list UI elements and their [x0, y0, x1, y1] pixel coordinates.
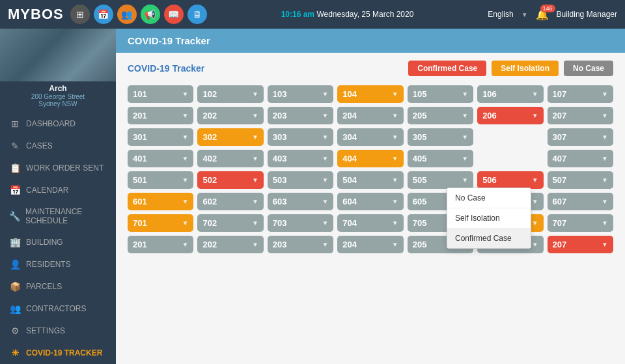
building-name: Arch	[0, 84, 116, 93]
sidebar-item-residents[interactable]: 👤 RESIDENTS	[0, 253, 116, 275]
megaphone-icon-btn[interactable]: 📢	[141, 5, 160, 24]
sidebar-item-calendar[interactable]: 📅 CALENDAR	[0, 179, 116, 201]
chevron-down-icon: ▼	[602, 219, 608, 227]
chevron-down-icon: ▼	[392, 112, 398, 119]
unit-204b[interactable]: 204▼	[337, 236, 403, 253]
contractors-icon: 👥	[9, 303, 21, 314]
chevron-down-icon: ▼	[182, 133, 189, 141]
sidebar-item-dashboard[interactable]: ⊞ DASHBOARD	[0, 113, 116, 135]
unit-704[interactable]: 704▼	[337, 214, 403, 232]
unit-505[interactable]: 505▼	[408, 171, 473, 189]
maintenance-icon: 🔧	[9, 211, 20, 221]
unit-303[interactable]: 303▼	[268, 128, 333, 146]
unit-status-dropdown[interactable]: No Case Self Isolation Confirmed Case	[447, 188, 531, 249]
confirmed-case-button[interactable]: Confirmed Case	[408, 61, 486, 76]
self-isolation-button[interactable]: Self Isolation	[492, 61, 559, 76]
unit-203b[interactable]: 203▼	[268, 236, 333, 253]
unit-207b[interactable]: 207▼	[548, 236, 613, 253]
sidebar-label-workorder: WORK ORDER SENT	[26, 163, 104, 173]
unit-405[interactable]: 405▼	[408, 150, 473, 167]
unit-401[interactable]: 401▼	[128, 150, 193, 167]
grid-icon[interactable]: ⊞	[70, 5, 90, 24]
chevron-down-icon: ▼	[182, 198, 189, 205]
unit-304[interactable]: 304▼	[337, 128, 403, 146]
chevron-down-icon: ▼	[252, 155, 258, 162]
unit-201[interactable]: 201▼	[128, 107, 193, 124]
unit-403[interactable]: 403▼	[268, 150, 333, 167]
sidebar-item-parcels[interactable]: 📦 PARCELS	[0, 275, 116, 298]
sidebar-item-work-order[interactable]: 📋 WORK ORDER SENT	[0, 157, 116, 179]
no-case-button[interactable]: No Case	[564, 61, 613, 76]
unit-603[interactable]: 603▼	[268, 193, 333, 210]
unit-503[interactable]: 503▼	[268, 171, 333, 189]
unit-105[interactable]: 105▼	[408, 85, 473, 103]
sidebar-item-settings[interactable]: ⚙ SETTINGS	[0, 320, 116, 342]
building-image	[0, 29, 116, 81]
unit-202[interactable]: 202▼	[197, 107, 263, 124]
tracker-subheader: COVID-19 Tracker Confirmed Case Self Iso…	[128, 61, 613, 76]
unit-104[interactable]: 104▼	[337, 85, 403, 103]
chevron-down-icon: ▼	[602, 176, 608, 184]
unit-501[interactable]: 501▼	[128, 171, 193, 189]
sidebar-item-maintenance[interactable]: 🔧 MAINTENANCE SCHEDULE	[0, 201, 116, 231]
header-icons: ⊞ 📅 👥 📢 📖 🖥	[70, 5, 207, 24]
unit-305[interactable]: 305▼	[408, 128, 473, 146]
unit-601[interactable]: 601▼	[128, 193, 193, 210]
unit-502[interactable]: 502▼	[197, 171, 263, 189]
sidebar-label-contractors: CONTRACTORS	[26, 304, 86, 313]
unit-506[interactable]: 506▼	[477, 171, 543, 189]
book-icon-btn[interactable]: 📖	[164, 5, 184, 24]
sidebar-item-covid[interactable]: ☀ COVID-19 TRACKER	[0, 342, 116, 364]
header-datetime: 10:16 am Wednesday, 25 March 2020	[281, 10, 414, 19]
unit-102[interactable]: 102▼	[197, 85, 263, 103]
dropdown-option-isolation[interactable]: Self Isolation	[447, 208, 531, 228]
language-selector[interactable]: English	[488, 10, 513, 19]
unit-207[interactable]: 207▼	[548, 107, 613, 124]
chevron-down-icon: ▼	[182, 112, 189, 119]
unit-301[interactable]: 301▼	[128, 128, 193, 146]
parcels-icon: 📦	[9, 281, 21, 292]
tracker-subtitle: COVID-19 Tracker	[128, 63, 204, 74]
unit-202b[interactable]: 202▼	[197, 236, 263, 253]
app-logo: MYBOS	[8, 6, 64, 23]
unit-703[interactable]: 703▼	[268, 214, 333, 232]
unit-101[interactable]: 101▼	[128, 85, 193, 103]
unit-205[interactable]: 205▼	[408, 107, 473, 124]
unit-406-empty	[477, 150, 543, 167]
unit-507[interactable]: 507▼	[548, 171, 613, 189]
people-icon-btn[interactable]: 👥	[117, 5, 137, 24]
unit-107[interactable]: 107▼	[548, 85, 613, 103]
unit-206[interactable]: 206▼	[477, 107, 543, 124]
unit-106[interactable]: 106▼	[477, 85, 543, 103]
dropdown-option-nocase[interactable]: No Case	[447, 188, 531, 208]
residents-icon: 👤	[9, 259, 21, 270]
dropdown-option-confirmed[interactable]: Confirmed Case	[447, 229, 531, 248]
chevron-down-icon: ▼	[252, 176, 258, 184]
sidebar-item-cases[interactable]: ✎ CASES	[0, 135, 116, 157]
sidebar-label-dashboard: DASHBOARD	[26, 119, 76, 128]
unit-404[interactable]: 404▼	[337, 150, 403, 167]
unit-103[interactable]: 103▼	[268, 85, 333, 103]
unit-504[interactable]: 504▼	[337, 171, 403, 189]
calendar-icon-btn[interactable]: 📅	[94, 5, 113, 24]
chevron-down-icon: ▼	[602, 112, 608, 119]
unit-707[interactable]: 707▼	[548, 214, 613, 232]
unit-402[interactable]: 402▼	[197, 150, 263, 167]
sidebar-item-contractors[interactable]: 👥 CONTRACTORS	[0, 298, 116, 320]
unit-702[interactable]: 702▼	[197, 214, 263, 232]
unit-307[interactable]: 307▼	[548, 128, 613, 146]
unit-407[interactable]: 407▼	[548, 150, 613, 167]
chevron-down-icon: ▼	[602, 198, 608, 205]
unit-701[interactable]: 701▼	[128, 214, 193, 232]
notifications-bell[interactable]: 🔔 146	[536, 8, 549, 21]
unit-604[interactable]: 604▼	[337, 193, 403, 210]
unit-602[interactable]: 602▼	[197, 193, 263, 210]
unit-201b[interactable]: 201▼	[128, 236, 193, 253]
sidebar-item-building[interactable]: 🏢 BUILDING	[0, 231, 116, 253]
unit-302[interactable]: 302▼	[197, 128, 263, 146]
monitor-icon-btn[interactable]: 🖥	[188, 5, 207, 24]
building-photo	[0, 29, 116, 81]
unit-607[interactable]: 607▼	[548, 193, 613, 210]
unit-203[interactable]: 203▼	[268, 107, 333, 124]
unit-204[interactable]: 204▼	[337, 107, 403, 124]
